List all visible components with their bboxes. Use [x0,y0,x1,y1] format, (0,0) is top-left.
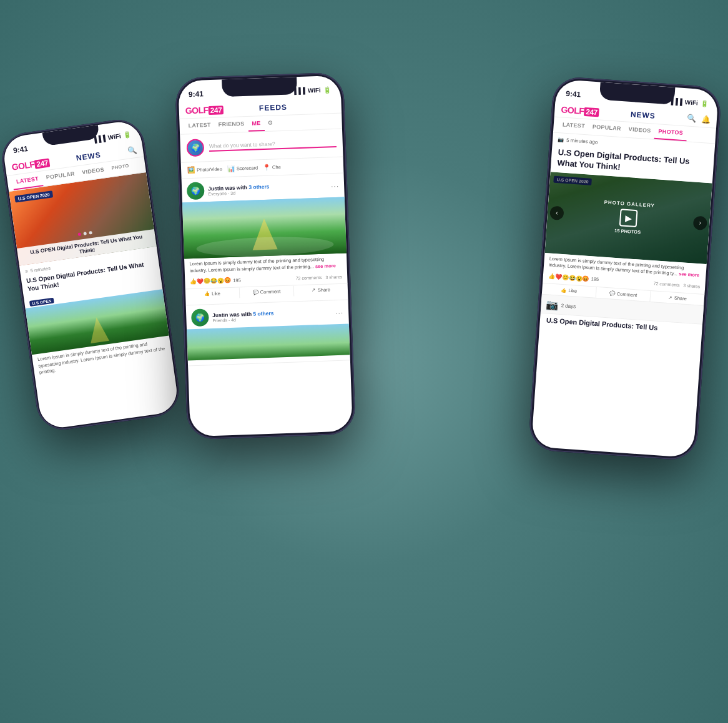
compose-input[interactable]: What do you want to share? [209,139,337,152]
article-image-right: U.S OPEN 2020 PHOTO GALLERY ▶ 15 PHOTOS … [544,172,712,264]
phone-right-screen: 9:41 ▐▐▐ WiFi 🔋 GOLF247 NEWS 🔍 🔔 LATEST … [531,79,719,458]
post-avatar-2: 🌍 [191,308,209,327]
checkin-icon: 📍 [263,164,270,171]
post-image-2 [187,323,350,360]
tab-me-center[interactable]: ME [248,116,265,132]
tab-latest-center[interactable]: LATEST [184,118,215,134]
gallery-label: PHOTO GALLERY [604,200,655,209]
photo-icon: 🖼️ [187,167,195,174]
reaction-stats-1: 72 comments 3 shares [295,274,342,280]
time-right: 9:41 [566,89,581,99]
time-center: 9:41 [189,89,204,99]
logo-center: GOLF247 [185,104,224,116]
reaction-count-1: 195 [233,277,241,283]
phone-right: 9:41 ▐▐▐ WiFi 🔋 GOLF247 NEWS 🔍 🔔 LATEST … [528,76,722,461]
checkin-action[interactable]: 📍 Che [260,162,283,173]
comment-icon-right: 💬 [609,290,616,297]
logo-left: GOLF247 [11,157,51,172]
like-icon-right: 👍 [561,287,567,293]
like-button-1[interactable]: 👍 Like [185,287,240,300]
tab-latest-right[interactable]: LATEST [558,117,589,134]
post-author-1: Justin was with 3 others Everyone - 3d [208,181,327,196]
feed-post-1: 🌍 Justin was with 3 others Everyone - 3d… [182,174,348,306]
share-icon-right: ↗ [668,295,673,300]
phone-left: 9:41 ▐▐▐ WiFi 🔋 GOLF247 NEWS 🔍 LATEST PO… [0,116,182,433]
feed-post-2: 🌍 Justin was with 5 others Friends - 4d … [186,300,350,366]
tab-photos-right[interactable]: PHOTOS [654,124,687,142]
photo-video-action[interactable]: 🖼️ Photo/Video [185,164,225,175]
post-more-1[interactable]: ··· [331,182,339,190]
post-author-2: Justin was with 5 others Friends - 4d [212,308,332,323]
see-more-right[interactable]: see more [679,271,699,278]
phone-left-screen: 9:41 ▐▐▐ WiFi 🔋 GOLF247 NEWS 🔍 LATEST PO… [1,119,180,430]
camera-icon-right: 📷 [558,137,564,143]
tab-g-center[interactable]: G [264,116,277,131]
comment-button-1[interactable]: 💬 Comment [240,285,295,298]
page-title-center: FEEDS [259,103,287,113]
reaction-stats-right: 72 comments 3 shares [653,282,700,289]
camera-icon-2: 📷 [546,298,559,311]
bell-icon-right[interactable]: 🔔 [701,115,711,124]
time-left: 9:41 [12,144,29,155]
page-title-left: NEWS [76,150,102,162]
post-more-2[interactable]: ··· [335,308,343,317]
scorecard-icon: 📊 [227,165,235,172]
post-avatar-1: 🌍 [187,182,205,200]
tab-popular-right[interactable]: POPULAR [588,119,626,137]
gallery-next-button[interactable]: › [693,215,707,230]
comment-icon-1: 💬 [253,289,258,295]
notch-center [222,77,297,97]
share-button-1[interactable]: ↗ Share [294,283,348,296]
gallery-prev-button[interactable]: ‹ [549,205,564,220]
page-title-right: NEWS [630,110,656,120]
user-avatar-center: 🌍 [186,139,204,157]
status-icons-right: ▐▐▐ WiFi 🔋 [669,97,708,107]
gallery-count: 15 PHOTOS [614,228,641,235]
phone-center-screen: 9:41 ▐▐▐ WiFi 🔋 GOLF247 FEEDS LATEST FRI… [178,76,353,437]
status-icons-center: ▐▐▐ WiFi 🔋 [292,86,331,94]
search-icon-left[interactable]: 🔍 [127,145,137,155]
tab-videos-right[interactable]: VIDEOS [624,122,655,139]
share-icon-1: ↗ [312,287,316,293]
phone-center: 9:41 ▐▐▐ WiFi 🔋 GOLF247 FEEDS LATEST FRI… [175,72,356,440]
tab-friends-center[interactable]: FRIENDS [214,117,248,133]
post-image-1 [182,197,347,259]
like-icon-1: 👍 [204,291,210,297]
logo-right: GOLF247 [561,104,599,117]
search-icon-right[interactable]: 🔍 [687,114,697,123]
reaction-count-right: 195 [591,277,599,283]
see-more-1[interactable]: see more [315,263,336,269]
scorecard-action[interactable]: 📊 Scorecard [225,162,261,174]
